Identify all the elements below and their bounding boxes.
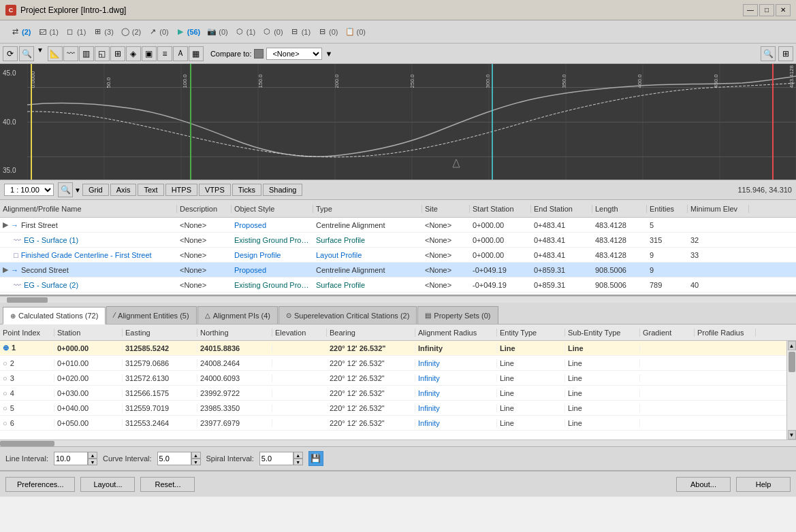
expand-icon[interactable]: ▶ [3, 220, 8, 229]
data-row[interactable]: ○3 0+020.00 312572.6130 24000.6093 220° … [0, 371, 786, 386]
toolbar-item-parcels[interactable]: ◯ (2) [117, 25, 144, 39]
layout-button[interactable]: Layout... [80, 477, 135, 492]
curve-interval-up[interactable]: ▲ [191, 452, 201, 459]
preferences-button[interactable]: Preferences... [5, 477, 75, 492]
compare-select[interactable]: <None> [266, 48, 322, 60]
help-button[interactable]: Help [736, 477, 791, 492]
scroll-thumb-v[interactable] [789, 352, 795, 372]
about-button[interactable]: About... [676, 477, 731, 492]
alignment-end: 0+483.41 [531, 221, 592, 229]
data-table-hscroll[interactable] [0, 439, 796, 446]
data-row[interactable]: ○4 0+030.00 312566.1575 23992.9722 220° … [0, 386, 786, 401]
panels-button[interactable]: ⊞ [778, 46, 793, 61]
tab-alignment-pis[interactable]: △ Alignment PIs (4) [197, 306, 278, 324]
cell-radius6: Infinity [415, 419, 497, 427]
section-view-button[interactable]: ▥ [79, 46, 94, 61]
vertical-scrollbar[interactable]: ▲ ▼ [786, 341, 796, 439]
data-table-header: Point Index Station Easting Northing Ele… [0, 325, 796, 341]
corridor-view-button[interactable]: ▣ [142, 46, 157, 61]
corridors-icon: ⊞ [92, 27, 103, 37]
table-row[interactable]: □ Finished Grade Centerline - First Stre… [0, 248, 796, 263]
tab-alignment-entities[interactable]: ∕ Alignment Entities (5) [106, 306, 196, 324]
expand-icon2[interactable]: ▶ [3, 265, 8, 274]
zoom-button[interactable]: 🔍 [19, 46, 34, 61]
text-button[interactable]: Text [138, 184, 163, 196]
minimize-button[interactable]: — [743, 4, 758, 16]
data-table-body[interactable]: ⊕1 0+000.00 312585.5242 24015.8836 220° … [0, 341, 786, 439]
scale-select[interactable]: 1 : 10.00 [4, 184, 54, 196]
tab-icon-calc: ⊕ [10, 312, 16, 320]
data-row[interactable]: ⊕1 0+000.00 312585.5242 24015.8836 220° … [0, 341, 786, 356]
curve-interval-down[interactable]: ▼ [191, 459, 201, 465]
toolbar-item-corridors[interactable]: ⊞ (3) [89, 25, 116, 39]
toolbar-item-pressure-nets[interactable]: ⊟ (0) [314, 25, 340, 39]
surface-view-button[interactable]: ◈ [126, 46, 141, 61]
save-intervals-button[interactable]: 💾 [308, 451, 323, 466]
col-header-desc: Description [177, 205, 232, 213]
search-button[interactable]: 🔍 [761, 46, 776, 61]
plan-view-button[interactable]: 📐 [48, 46, 63, 61]
toolbar-item-views[interactable]: 📷 (0) [204, 25, 230, 39]
3d-view-button[interactable]: ◱ [95, 46, 110, 61]
tab-superelevation[interactable]: ⊙ Superelevation Critical Stations (2) [278, 306, 417, 324]
toolbar-item-data[interactable]: ⬡ (0) [259, 25, 285, 39]
grid-button[interactable]: Grid [82, 184, 109, 196]
toolbar-item-pipe-networks[interactable]: ⊟ (1) [287, 25, 313, 39]
htps-button[interactable]: HTPS [165, 184, 197, 196]
toolbar-item-surfaces[interactable]: ◻ (1) [62, 25, 89, 39]
data-row[interactable]: ○6 0+050.00 312553.2464 23977.6979 220° … [0, 416, 786, 431]
split-view-button[interactable]: ⊞ [110, 46, 125, 61]
surfaces-icon: ◻ [65, 27, 76, 37]
tab-calculated-stations[interactable]: ⊕ Calculated Stations (72) [3, 307, 106, 325]
line-interval-input[interactable] [54, 452, 88, 465]
zoom-fit-button[interactable]: 🔍 [58, 182, 73, 197]
horizontal-scrollbar[interactable] [0, 296, 796, 303]
vtps-button[interactable]: VTPS [199, 184, 231, 196]
pipe-view-button[interactable]: ≡ [157, 46, 172, 61]
reset-button[interactable]: Reset... [140, 477, 195, 492]
zoom-dropdown[interactable]: ▼ [37, 46, 44, 61]
zoom-dropdown-arrow2[interactable]: ▼ [74, 186, 81, 194]
cell-easting3: 312572.6130 [123, 374, 197, 382]
labels-button[interactable]: ▦ [189, 46, 204, 61]
maximize-button[interactable]: □ [759, 4, 774, 16]
line-interval-down[interactable]: ▼ [88, 459, 97, 465]
table-row[interactable]: ▶ → First Street <None> Proposed Centrel… [0, 218, 796, 233]
eg2-entities: 789 [647, 281, 688, 289]
col-header-length: Length [592, 205, 647, 213]
scroll-up-button[interactable]: ▲ [788, 341, 796, 350]
ticks-button[interactable]: Ticks [232, 184, 261, 196]
tab-label-props: Property Sets (0) [434, 312, 490, 320]
toolbar-item-survey[interactable]: ⬡ (1) [232, 25, 258, 39]
zoom-extent-button[interactable]: ⟳ [3, 46, 18, 61]
spiral-interval-down[interactable]: ▼ [293, 459, 303, 465]
table-row[interactable]: 〰 EG - Surface (1) <None> Existing Groun… [0, 233, 796, 248]
alignment-table-body[interactable]: ▶ → First Street <None> Proposed Centrel… [0, 218, 796, 296]
toolbar-item-alignments[interactable]: ⇄ (2) [7, 25, 33, 39]
close-button[interactable]: ✕ [776, 4, 791, 16]
compare-dropdown-arrow[interactable]: ▼ [325, 50, 332, 58]
annotation-button[interactable]: Ａ [173, 46, 188, 61]
data-row[interactable]: ○5 0+040.00 312559.7019 23985.3350 220° … [0, 401, 786, 416]
scrollbar-thumb-h[interactable] [7, 297, 48, 303]
cell-bearing5: 220° 12' 26.532" [327, 404, 415, 412]
table-row[interactable]: 〰 EG - Surface (2) <None> Existing Groun… [0, 278, 796, 293]
spiral-interval-input[interactable] [259, 452, 293, 465]
profile-name-cell: 〰 EG - Surface (1) [0, 236, 177, 244]
toolbar-item-grading[interactable]: ▶ (56) [172, 25, 204, 39]
toolbar-item-reports[interactable]: 📋 (0) [342, 25, 368, 39]
table-row[interactable]: ▶ → Second Street <None> Proposed Centre… [0, 263, 796, 278]
curve-interval-input[interactable] [157, 452, 191, 465]
toolbar-item-profiles[interactable]: 🗠 (1) [34, 25, 61, 39]
profile-view-button[interactable]: 〰 [63, 46, 78, 61]
toolbar-item-pipes[interactable]: ↗ (0) [144, 25, 171, 39]
shading-button[interactable]: Shading [263, 184, 302, 196]
spiral-interval-up[interactable]: ▲ [293, 452, 303, 459]
data-row[interactable]: ○2 0+010.00 312579.0686 24008.2464 220° … [0, 356, 786, 371]
tab-property-sets[interactable]: ▤ Property Sets (0) [417, 306, 498, 324]
eg2-name: EG - Surface (2) [24, 281, 78, 289]
line-interval-up[interactable]: ▲ [88, 452, 97, 459]
axis-button[interactable]: Axis [110, 184, 137, 196]
data-hscroll-thumb[interactable] [0, 441, 54, 446]
scroll-down-button[interactable]: ▼ [788, 430, 796, 439]
